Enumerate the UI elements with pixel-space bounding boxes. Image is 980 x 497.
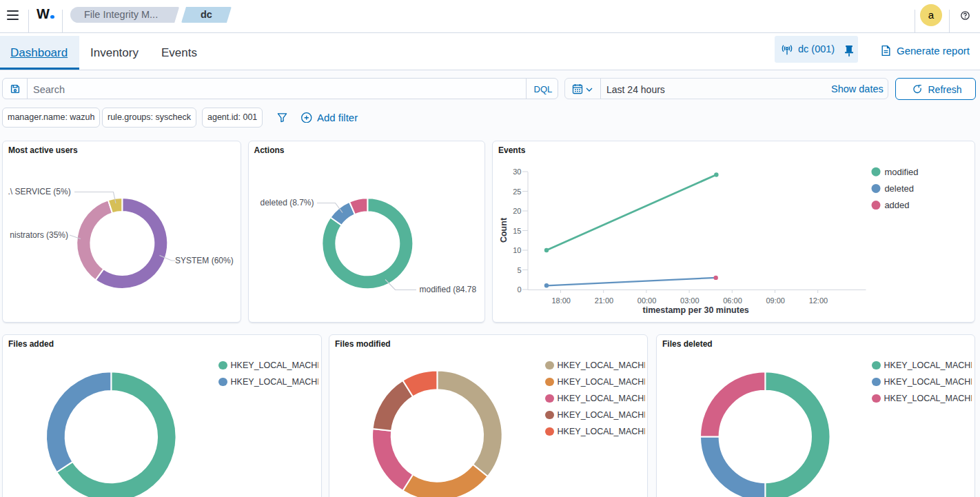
svg-text:0: 0 [517, 285, 521, 294]
svg-text:06:00: 06:00 [723, 296, 742, 305]
svg-text:added: added [884, 200, 909, 210]
svg-text:25: 25 [513, 187, 521, 196]
svg-text:21:00: 21:00 [595, 296, 614, 305]
svg-text:modified: modified [884, 167, 918, 177]
svg-text:30: 30 [513, 168, 521, 176]
svg-text:12:00: 12:00 [809, 296, 828, 305]
svg-text:10: 10 [513, 246, 521, 254]
svg-text:Count: Count [499, 217, 509, 243]
svg-text:03:00: 03:00 [680, 296, 700, 305]
svg-text:20: 20 [513, 207, 521, 215]
svg-text:5: 5 [517, 266, 521, 274]
svg-text:18:00: 18:00 [551, 296, 571, 305]
svg-text:deleted: deleted [884, 183, 914, 194]
svg-text:15: 15 [513, 227, 521, 235]
svg-text:timestamp per 30 minutes: timestamp per 30 minutes [643, 305, 749, 315]
svg-text:09:00: 09:00 [766, 296, 785, 305]
svg-text:00:00: 00:00 [637, 296, 657, 305]
